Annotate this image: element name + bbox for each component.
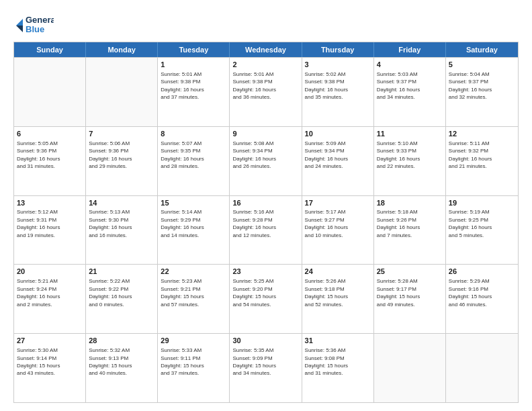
calendar-day-20: 20Sunrise: 5:21 AM Sunset: 9:24 PM Dayli…: [14, 265, 86, 333]
day-info: Sunrise: 5:28 AM Sunset: 9:17 PM Dayligh…: [377, 278, 420, 307]
day-number: 2: [232, 60, 298, 70]
day-number: 28: [89, 336, 154, 346]
weekday-header: Friday: [374, 42, 446, 57]
day-info: Sunrise: 5:36 AM Sunset: 9:08 PM Dayligh…: [305, 347, 348, 376]
weekday-header: Thursday: [302, 42, 374, 57]
day-number: 8: [161, 129, 226, 139]
calendar-day-16: 16Sunrise: 5:16 AM Sunset: 9:28 PM Dayli…: [230, 196, 302, 265]
day-number: 5: [449, 60, 515, 70]
calendar-day-15: 15Sunrise: 5:14 AM Sunset: 9:29 PM Dayli…: [158, 196, 230, 265]
day-info: Sunrise: 5:02 AM Sunset: 9:38 PM Dayligh…: [305, 71, 348, 100]
calendar-day-2: 2Sunrise: 5:01 AM Sunset: 9:38 PM Daylig…: [230, 58, 302, 126]
day-info: Sunrise: 5:16 AM Sunset: 9:28 PM Dayligh…: [232, 209, 275, 238]
calendar-day-1: 1Sunrise: 5:01 AM Sunset: 9:38 PM Daylig…: [158, 58, 230, 126]
weekday-header: Saturday: [446, 42, 518, 57]
calendar-day-26: 26Sunrise: 5:29 AM Sunset: 9:16 PM Dayli…: [446, 265, 518, 333]
calendar-empty-cell: [86, 58, 158, 126]
day-number: 29: [161, 336, 226, 346]
day-info: Sunrise: 5:13 AM Sunset: 9:30 PM Dayligh…: [89, 209, 132, 238]
day-number: 31: [305, 336, 371, 346]
day-number: 16: [232, 198, 298, 208]
day-number: 11: [377, 129, 443, 139]
day-info: Sunrise: 5:05 AM Sunset: 9:36 PM Dayligh…: [17, 140, 60, 169]
day-number: 26: [449, 267, 515, 277]
calendar-day-10: 10Sunrise: 5:09 AM Sunset: 9:34 PM Dayli…: [302, 127, 374, 195]
day-number: 3: [305, 60, 371, 70]
day-info: Sunrise: 5:22 AM Sunset: 9:22 PM Dayligh…: [89, 278, 132, 307]
calendar-day-30: 30Sunrise: 5:35 AM Sunset: 9:09 PM Dayli…: [230, 334, 302, 402]
day-info: Sunrise: 5:03 AM Sunset: 9:37 PM Dayligh…: [377, 71, 420, 100]
calendar-day-17: 17Sunrise: 5:17 AM Sunset: 9:27 PM Dayli…: [302, 196, 374, 265]
day-number: 30: [232, 336, 298, 346]
day-number: 1: [161, 60, 226, 70]
day-info: Sunrise: 5:10 AM Sunset: 9:33 PM Dayligh…: [377, 140, 420, 169]
day-info: Sunrise: 5:35 AM Sunset: 9:09 PM Dayligh…: [232, 347, 275, 376]
calendar-day-21: 21Sunrise: 5:22 AM Sunset: 9:22 PM Dayli…: [86, 265, 158, 333]
calendar: SundayMondayTuesdayWednesdayThursdayFrid…: [13, 42, 519, 403]
day-info: Sunrise: 5:01 AM Sunset: 9:38 PM Dayligh…: [161, 71, 204, 100]
weekday-header: Sunday: [14, 42, 86, 57]
svg-marker-0: [16, 19, 23, 26]
day-info: Sunrise: 5:09 AM Sunset: 9:34 PM Dayligh…: [305, 140, 348, 169]
calendar-day-28: 28Sunrise: 5:32 AM Sunset: 9:13 PM Dayli…: [86, 334, 158, 402]
day-number: 7: [89, 129, 154, 139]
calendar-empty-cell: [446, 334, 518, 402]
day-info: Sunrise: 5:06 AM Sunset: 9:36 PM Dayligh…: [89, 140, 132, 169]
calendar-day-18: 18Sunrise: 5:18 AM Sunset: 9:26 PM Dayli…: [374, 196, 446, 265]
day-info: Sunrise: 5:29 AM Sunset: 9:16 PM Dayligh…: [449, 278, 492, 307]
calendar-day-3: 3Sunrise: 5:02 AM Sunset: 9:38 PM Daylig…: [302, 58, 374, 126]
day-number: 22: [161, 267, 226, 277]
weekday-header: Monday: [86, 42, 158, 57]
day-number: 14: [89, 198, 154, 208]
day-info: Sunrise: 5:14 AM Sunset: 9:29 PM Dayligh…: [161, 209, 204, 238]
calendar-header: SundayMondayTuesdayWednesdayThursdayFrid…: [14, 42, 518, 57]
day-number: 9: [232, 129, 298, 139]
calendar-row: 27Sunrise: 5:30 AM Sunset: 9:14 PM Dayli…: [14, 333, 518, 402]
calendar-day-29: 29Sunrise: 5:33 AM Sunset: 9:11 PM Dayli…: [158, 334, 230, 402]
calendar-row: 20Sunrise: 5:21 AM Sunset: 9:24 PM Dayli…: [14, 264, 518, 333]
day-info: Sunrise: 5:19 AM Sunset: 9:25 PM Dayligh…: [449, 209, 492, 238]
calendar-day-22: 22Sunrise: 5:23 AM Sunset: 9:21 PM Dayli…: [158, 265, 230, 333]
calendar-day-31: 31Sunrise: 5:36 AM Sunset: 9:08 PM Dayli…: [302, 334, 374, 402]
day-number: 10: [305, 129, 371, 139]
day-info: Sunrise: 5:21 AM Sunset: 9:24 PM Dayligh…: [17, 278, 60, 307]
calendar-day-6: 6Sunrise: 5:05 AM Sunset: 9:36 PM Daylig…: [14, 127, 86, 195]
day-info: Sunrise: 5:08 AM Sunset: 9:34 PM Dayligh…: [232, 140, 275, 169]
svg-text:General: General: [26, 15, 54, 25]
day-number: 25: [377, 267, 443, 277]
day-info: Sunrise: 5:26 AM Sunset: 9:18 PM Dayligh…: [305, 278, 348, 307]
day-info: Sunrise: 5:23 AM Sunset: 9:21 PM Dayligh…: [161, 278, 204, 307]
day-number: 27: [17, 336, 83, 346]
calendar-day-25: 25Sunrise: 5:28 AM Sunset: 9:17 PM Dayli…: [374, 265, 446, 333]
header: GeneralBlue: [13, 12, 519, 36]
day-info: Sunrise: 5:30 AM Sunset: 9:14 PM Dayligh…: [17, 347, 60, 376]
calendar-day-5: 5Sunrise: 5:04 AM Sunset: 9:37 PM Daylig…: [446, 58, 518, 126]
weekday-header: Wednesday: [230, 42, 302, 57]
svg-marker-1: [16, 26, 23, 32]
calendar-day-13: 13Sunrise: 5:12 AM Sunset: 9:31 PM Dayli…: [14, 196, 86, 265]
day-number: 21: [89, 267, 154, 277]
calendar-day-24: 24Sunrise: 5:26 AM Sunset: 9:18 PM Dayli…: [302, 265, 374, 333]
logo-svg: GeneralBlue: [13, 12, 54, 36]
day-number: 20: [17, 267, 83, 277]
logo: GeneralBlue: [13, 12, 54, 36]
day-number: 17: [305, 198, 371, 208]
day-info: Sunrise: 5:18 AM Sunset: 9:26 PM Dayligh…: [377, 209, 420, 238]
day-number: 18: [377, 198, 443, 208]
calendar-row: 6Sunrise: 5:05 AM Sunset: 9:36 PM Daylig…: [14, 126, 518, 195]
calendar-day-4: 4Sunrise: 5:03 AM Sunset: 9:37 PM Daylig…: [374, 58, 446, 126]
day-info: Sunrise: 5:01 AM Sunset: 9:38 PM Dayligh…: [232, 71, 275, 100]
day-info: Sunrise: 5:33 AM Sunset: 9:11 PM Dayligh…: [161, 347, 204, 376]
day-info: Sunrise: 5:25 AM Sunset: 9:20 PM Dayligh…: [232, 278, 275, 307]
calendar-day-27: 27Sunrise: 5:30 AM Sunset: 9:14 PM Dayli…: [14, 334, 86, 402]
calendar-row: 1Sunrise: 5:01 AM Sunset: 9:38 PM Daylig…: [14, 57, 518, 126]
day-number: 19: [449, 198, 515, 208]
day-number: 15: [161, 198, 226, 208]
day-number: 6: [17, 129, 83, 139]
calendar-day-23: 23Sunrise: 5:25 AM Sunset: 9:20 PM Dayli…: [230, 265, 302, 333]
day-info: Sunrise: 5:17 AM Sunset: 9:27 PM Dayligh…: [305, 209, 348, 238]
calendar-day-8: 8Sunrise: 5:07 AM Sunset: 9:35 PM Daylig…: [158, 127, 230, 195]
weekday-header: Tuesday: [158, 42, 230, 57]
day-info: Sunrise: 5:12 AM Sunset: 9:31 PM Dayligh…: [17, 209, 60, 238]
calendar-empty-cell: [374, 334, 446, 402]
